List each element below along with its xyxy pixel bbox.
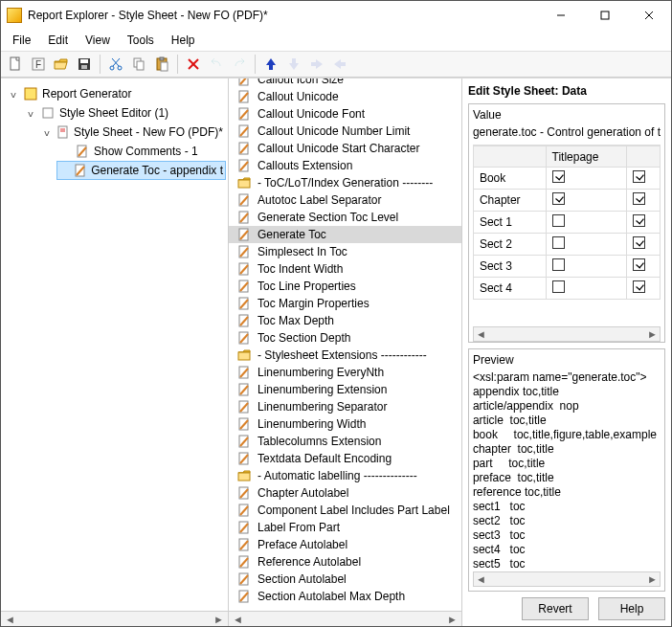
help-button[interactable]: Help <box>598 597 665 620</box>
grid-cell-c2[interactable] <box>626 190 660 212</box>
grid-cell-c1[interactable] <box>546 278 626 300</box>
chevron-down-icon[interactable]: ⅴ <box>8 89 19 100</box>
list-item[interactable]: Toc Max Depth <box>229 312 461 329</box>
grid-cell-c2[interactable] <box>626 234 660 256</box>
list-item[interactable]: Section Autolabel Max Depth <box>229 588 461 605</box>
tree-scroll[interactable]: ⅴ Report Generator ⅴ Style Sheet Editor … <box>1 78 228 611</box>
value-grid-scroll[interactable]: Titlepage BookChapterSect 1Sect 2Sect 3S… <box>473 145 661 326</box>
checkbox-icon[interactable] <box>633 214 645 227</box>
grid-cell-c1[interactable] <box>546 234 626 256</box>
paste-button[interactable] <box>151 54 172 75</box>
list-item[interactable]: Component Label Includes Part Label <box>229 502 461 519</box>
open-button[interactable] <box>51 54 72 75</box>
checkbox-icon[interactable] <box>633 236 645 249</box>
list-item[interactable]: Autotoc Label Separator <box>229 191 461 209</box>
grid-cell-c2[interactable] <box>626 278 660 300</box>
list-section[interactable]: - ToC/LoT/Index Generation -------- <box>229 174 461 191</box>
move-left-button[interactable] <box>329 54 350 75</box>
checkbox-icon[interactable] <box>633 170 645 183</box>
list-item[interactable]: Callouts Extension <box>229 157 461 174</box>
checkbox-icon[interactable] <box>552 236 565 249</box>
checkbox-icon[interactable] <box>552 170 565 183</box>
table-row[interactable]: Sect 3 <box>473 256 660 278</box>
list-section[interactable]: - Automatic labelling -------------- <box>229 467 461 484</box>
grid-cell-c1[interactable] <box>546 256 626 278</box>
list-item[interactable]: Toc Indent Width <box>229 260 461 278</box>
delete-button[interactable] <box>183 54 204 75</box>
list-item[interactable]: Toc Line Properties <box>229 278 461 295</box>
undo-button[interactable] <box>206 54 227 75</box>
preview-hscroll[interactable]: ◄► <box>473 571 661 587</box>
tree-node-style-editor[interactable]: ⅴ Style Sheet Editor (1) <box>22 103 226 123</box>
chevron-down-icon[interactable]: ⅴ <box>42 127 53 138</box>
checkbox-icon[interactable] <box>552 280 565 293</box>
grid-col-extra[interactable] <box>626 146 660 168</box>
maximize-button[interactable] <box>583 1 627 30</box>
frame-button[interactable]: F <box>28 54 49 75</box>
list-item[interactable]: Toc Section Depth <box>229 329 461 347</box>
list-item[interactable]: Section Autolabel <box>229 571 461 588</box>
list-item[interactable]: Tablecolumns Extension <box>229 433 461 450</box>
property-list-scroll[interactable]: Callout Icon SizeCallout UnicodeCallout … <box>229 78 461 611</box>
menu-tools[interactable]: Tools <box>120 32 162 49</box>
list-item[interactable]: Linenumbering Extension <box>229 381 461 398</box>
list-item[interactable]: Callout Unicode <box>229 88 461 105</box>
list-item[interactable]: Linenumbering Width <box>229 415 461 433</box>
checkbox-icon[interactable] <box>552 192 565 205</box>
list-item[interactable]: Preface Autolabel <box>229 536 461 553</box>
list-item[interactable]: Chapter Autolabel <box>229 484 461 502</box>
list-item[interactable]: Textdata Default Encoding <box>229 450 461 467</box>
grid-col-titlepage[interactable]: Titlepage <box>546 146 626 168</box>
table-row[interactable]: Sect 1 <box>473 212 660 234</box>
list-item[interactable]: Linenumbering Separator <box>229 398 461 415</box>
grid-cell-c2[interactable] <box>626 168 660 190</box>
move-down-button[interactable] <box>283 54 304 75</box>
tree-node-style-sheet[interactable]: ⅴ Style Sheet - New FO (PDF)* <box>39 123 226 142</box>
list-item[interactable]: Simplesect In Toc <box>229 243 461 260</box>
tree-node-report-generator[interactable]: ⅴ Report Generator <box>5 84 226 103</box>
list-item[interactable]: Callout Icon Size <box>229 78 461 88</box>
value-grid-hscroll[interactable]: ◄► <box>473 326 661 342</box>
table-row[interactable]: Sect 4 <box>473 278 660 300</box>
redo-button[interactable] <box>229 54 250 75</box>
checkbox-icon[interactable] <box>633 280 645 293</box>
tree-hscroll[interactable]: ◄► <box>1 611 228 626</box>
copy-button[interactable] <box>128 54 149 75</box>
list-item[interactable]: Callout Unicode Font <box>229 105 461 123</box>
grid-cell-c2[interactable] <box>626 256 660 278</box>
table-row[interactable]: Book <box>473 168 660 190</box>
checkbox-icon[interactable] <box>552 258 565 271</box>
preview-content[interactable]: <xsl:param name="generate.toc"> appendix… <box>473 370 661 571</box>
new-report-button[interactable] <box>5 54 26 75</box>
list-item[interactable]: Toc Margin Properties <box>229 295 461 312</box>
table-row[interactable]: Sect 2 <box>473 234 660 256</box>
menu-file[interactable]: File <box>5 32 38 49</box>
list-item[interactable]: Reference Autolabel <box>229 553 461 571</box>
list-item[interactable]: Generate Section Toc Level <box>229 209 461 226</box>
checkbox-icon[interactable] <box>552 214 565 227</box>
minimize-button[interactable] <box>539 1 583 30</box>
grid-col-name[interactable] <box>473 146 546 168</box>
list-section[interactable]: - Stylesheet Extensions ------------ <box>229 347 461 364</box>
close-button[interactable] <box>627 1 671 30</box>
tree-node-show-comments[interactable]: Show Comments - 1 <box>56 142 226 161</box>
list-item[interactable]: Generate Toc <box>229 226 461 243</box>
menu-help[interactable]: Help <box>164 32 203 49</box>
property-list-hscroll[interactable]: ◄► <box>229 611 461 626</box>
tree-node-generate-toc[interactable]: Generate Toc - appendix t <box>56 161 226 180</box>
grid-cell-c1[interactable] <box>546 190 626 212</box>
table-row[interactable]: Chapter <box>473 190 660 212</box>
chevron-down-icon[interactable]: ⅴ <box>25 108 36 119</box>
revert-button[interactable]: Revert <box>522 597 589 620</box>
move-right-button[interactable] <box>306 54 327 75</box>
grid-cell-c1[interactable] <box>546 168 626 190</box>
menu-view[interactable]: View <box>78 32 118 49</box>
grid-cell-c2[interactable] <box>626 212 660 234</box>
grid-cell-c1[interactable] <box>546 212 626 234</box>
save-button[interactable] <box>74 54 95 75</box>
list-item[interactable]: Linenumbering EveryNth <box>229 364 461 381</box>
checkbox-icon[interactable] <box>633 258 645 271</box>
list-item[interactable]: Callout Unicode Start Character <box>229 140 461 157</box>
list-item[interactable]: Label From Part <box>229 519 461 536</box>
list-item[interactable]: Callout Unicode Number Limit <box>229 123 461 140</box>
